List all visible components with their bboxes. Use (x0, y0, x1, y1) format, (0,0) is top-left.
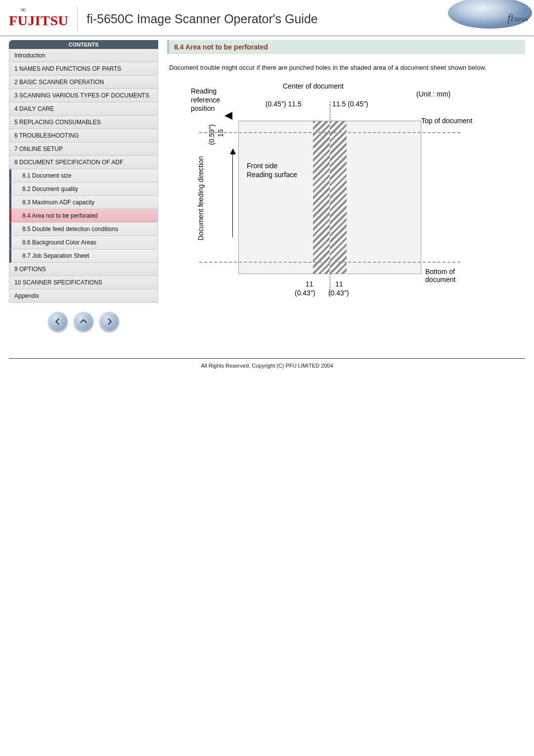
nav-8-4-area-not-perforated[interactable]: 8.4 Area not to be perforated (9, 209, 158, 223)
brand-name: FUJITSU (9, 13, 68, 28)
content-area: 8.4 Area not to be perforated Document t… (167, 40, 525, 305)
nav-4-daily-care[interactable]: 4 DAILY CARE (9, 102, 158, 116)
top-dim-right: 11.5 (0.45") (332, 100, 368, 108)
nav-appendix[interactable]: Appendix (9, 289, 158, 302)
prev-button[interactable] (48, 312, 68, 331)
unit-label: (Unit : mm) (416, 90, 450, 98)
contents-header: CONTENTS (9, 40, 158, 49)
logo-infinity-icon: ∞ (21, 6, 26, 14)
front-side-label: Front side Reading surface (247, 162, 297, 179)
nav-3-scanning-types[interactable]: 3 SCANNING VARIOUS TYPES OF DOCUMENTS (9, 89, 158, 102)
nav-6-troubleshooting[interactable]: 6 TROUBLESHOOTING (9, 129, 158, 142)
left-dim-in: (0.59") (208, 121, 216, 148)
series-badge: fiSeries (507, 11, 528, 24)
nav-2-basic-operation[interactable]: 2 BASIC SCANNER OPERATION (9, 76, 158, 89)
nav-1-names-functions[interactable]: 1 NAMES AND FUNCTIONS OF PARTS (9, 62, 158, 76)
nav-10-scanner-specs[interactable]: 10 SCANNER SPECIFICATIONS (9, 276, 158, 289)
arrow-left-icon (53, 317, 62, 326)
document-sheet: Front side Reading surface (238, 121, 421, 274)
page-title: fi-5650C Image Scanner Operator's Guide (87, 12, 318, 26)
nav-introduction[interactable]: Introduction (9, 49, 158, 62)
section-heading: 8.4 Area not to be perforated (167, 40, 525, 54)
nav-8-7-job-sep[interactable]: 8.7 Job Separation Sheet (9, 249, 158, 263)
perforation-diagram: Center of document (Unit : mm) Reading r… (169, 82, 476, 305)
nav-8-6-bg-color[interactable]: 8.6 Background Color Areas (9, 236, 158, 249)
nav-8-doc-spec-adf[interactable]: 8 DOCUMENT SPECIFICATION OF ADF (9, 156, 158, 169)
nav-buttons (9, 303, 158, 344)
arrow-right-icon (105, 317, 114, 326)
nav-7-online-setup[interactable]: 7 ONLINE SETUP (9, 142, 158, 156)
sidebar: CONTENTS Introduction 1 NAMES AND FUNCTI… (9, 40, 158, 344)
nav-8-5-double-feed[interactable]: 8.5 Double feed detection conditions (9, 223, 158, 236)
bottom-dim-left-in: (0.43") (295, 289, 315, 297)
top-guide-line (199, 132, 460, 133)
shaded-zone-left (313, 121, 330, 274)
feed-direction-label: Document feeding direction (197, 146, 205, 250)
header-bar: ∞ FUJITSU fi-5650C Image Scanner Operato… (0, 0, 534, 36)
reading-ref-label: Reading reference position (191, 87, 220, 113)
top-of-doc-label: Top of document (421, 117, 473, 125)
nav-8-1-doc-size[interactable]: 8.1 Document size (9, 169, 158, 183)
bottom-dim-right-mm: 11 (335, 280, 343, 288)
nav-9-options[interactable]: 9 OPTIONS (9, 263, 158, 276)
copyright-text: All Rights Reserved, Copyright (C) PFU L… (201, 363, 333, 369)
bottom-guide-line (199, 262, 460, 263)
center-label: Center of document (283, 82, 344, 90)
bottom-dim-right-in: (0.43") (328, 289, 349, 297)
footer: All Rights Reserved, Copyright (C) PFU L… (9, 358, 525, 369)
body-paragraph: Document trouble might occur if there ar… (169, 64, 525, 71)
bottom-dim-left-mm: 11 (306, 280, 313, 288)
brand-logo: ∞ FUJITSU (9, 9, 68, 29)
nav-list: Introduction 1 NAMES AND FUNCTIONS OF PA… (9, 49, 158, 303)
shaded-zone-right (330, 121, 347, 274)
nav-8-2-doc-quality[interactable]: 8.2 Document quality (9, 183, 158, 196)
up-button[interactable] (74, 312, 93, 331)
reading-ref-pointer-icon (224, 112, 232, 120)
nav-5-replacing-consumables[interactable]: 5 REPLACING CONSUMABLES (9, 116, 158, 129)
next-button[interactable] (99, 312, 119, 331)
top-dim-left: (0.45") 11.5 (266, 100, 302, 108)
nav-8-3-max-adf[interactable]: 8.3 Maximum ADF capacity (9, 196, 158, 209)
feed-direction-arrow-icon (232, 153, 233, 237)
left-dim-mm: 15 (217, 126, 224, 141)
bottom-of-doc-label: Bottom of document (425, 268, 476, 284)
header-ornament: fiSeries (396, 0, 534, 36)
arrow-up-icon (79, 317, 88, 326)
header-divider (77, 7, 78, 31)
